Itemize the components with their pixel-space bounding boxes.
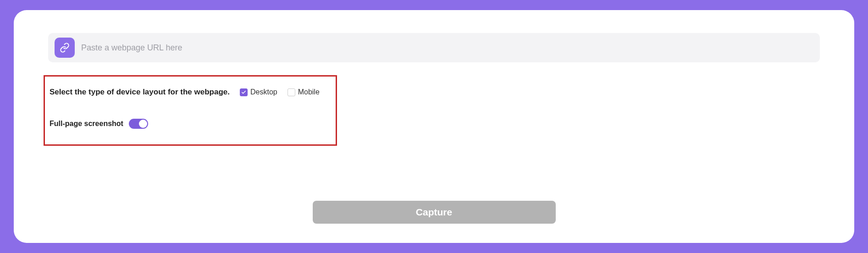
toggle-knob: [139, 120, 147, 128]
fullpage-toggle[interactable]: [129, 119, 148, 129]
link-icon: [55, 38, 75, 58]
device-layout-row: Select the type of device layout for the…: [50, 88, 331, 97]
url-input[interactable]: [81, 43, 813, 53]
desktop-label: Desktop: [250, 88, 277, 96]
mobile-checkbox[interactable]: [287, 88, 295, 96]
desktop-checkbox[interactable]: [240, 88, 248, 96]
options-highlight: Select the type of device layout for the…: [44, 75, 337, 146]
device-layout-label: Select the type of device layout for the…: [50, 88, 230, 97]
capture-card: Select the type of device layout for the…: [14, 10, 854, 243]
fullpage-toggle-row: Full-page screenshot: [50, 119, 331, 129]
capture-button[interactable]: Capture: [313, 201, 556, 224]
fullpage-label: Full-page screenshot: [50, 120, 123, 128]
mobile-checkbox-group: Mobile: [287, 88, 320, 96]
mobile-label: Mobile: [298, 88, 320, 96]
url-input-container: [48, 33, 820, 62]
desktop-checkbox-group: Desktop: [240, 88, 277, 96]
